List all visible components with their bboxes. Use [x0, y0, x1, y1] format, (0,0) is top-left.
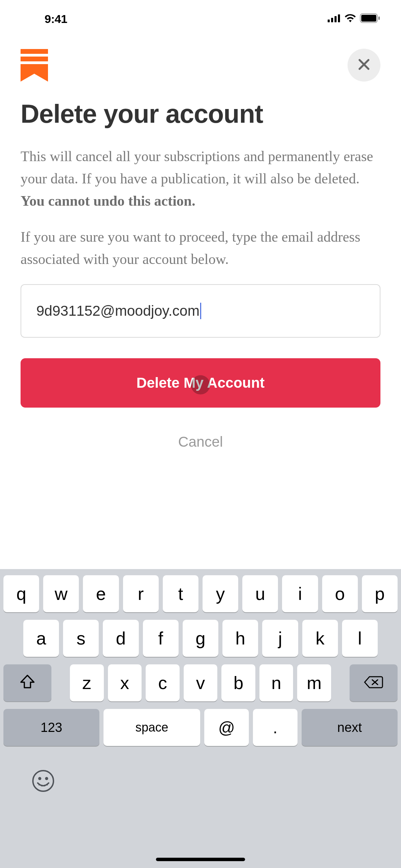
- warning-text: This will cancel all your subscriptions …: [21, 148, 373, 186]
- warning-paragraph: This will cancel all your subscriptions …: [21, 145, 380, 212]
- key-r[interactable]: r: [123, 575, 159, 612]
- key-n[interactable]: n: [259, 664, 293, 701]
- text-caret: [200, 303, 201, 319]
- svg-rect-7: [21, 49, 48, 54]
- svg-rect-0: [328, 20, 330, 22]
- key-next[interactable]: next: [302, 709, 398, 746]
- key-k[interactable]: k: [302, 620, 338, 657]
- svg-point-15: [45, 777, 48, 780]
- wifi-icon: [344, 14, 356, 24]
- kb-bottom-bar: [3, 754, 398, 808]
- key-q[interactable]: q: [3, 575, 39, 612]
- key-e[interactable]: e: [83, 575, 119, 612]
- close-button[interactable]: [348, 49, 380, 82]
- svg-point-14: [38, 777, 41, 780]
- key-l[interactable]: l: [342, 620, 378, 657]
- page-title: Delete your account: [21, 99, 380, 128]
- key-w[interactable]: w: [43, 575, 79, 612]
- email-field[interactable]: 9d931152@moodjoy.com: [21, 284, 380, 338]
- svg-rect-2: [335, 16, 337, 22]
- kb-row-3: z x c v b n m: [3, 664, 398, 701]
- warning-bold: You cannot undo this action.: [21, 193, 195, 209]
- key-space[interactable]: space: [104, 709, 200, 746]
- kb-row-4: 123 space @ . next: [3, 709, 398, 746]
- svg-point-13: [33, 771, 53, 791]
- emoji-icon: [31, 788, 56, 794]
- svg-rect-8: [21, 57, 48, 61]
- svg-rect-6: [378, 16, 380, 20]
- kb-row-2: a s d f g h j k l: [3, 620, 398, 657]
- battery-icon: [360, 13, 380, 24]
- key-dot[interactable]: .: [253, 709, 297, 746]
- key-f[interactable]: f: [143, 620, 179, 657]
- key-z[interactable]: z: [70, 664, 104, 701]
- nav-bar: [0, 45, 401, 86]
- touch-indicator: [191, 375, 210, 395]
- key-o[interactable]: o: [322, 575, 358, 612]
- instruction-paragraph: If you are sure you want to proceed, typ…: [21, 226, 380, 270]
- key-p[interactable]: p: [362, 575, 398, 612]
- key-s[interactable]: s: [63, 620, 99, 657]
- key-y[interactable]: y: [203, 575, 238, 612]
- key-b[interactable]: b: [221, 664, 255, 701]
- substack-logo[interactable]: [21, 49, 48, 82]
- shift-icon: [20, 673, 35, 693]
- key-m[interactable]: m: [297, 664, 331, 701]
- svg-rect-5: [361, 15, 376, 22]
- key-numbers[interactable]: 123: [3, 709, 99, 746]
- key-c[interactable]: c: [146, 664, 180, 701]
- key-x[interactable]: x: [108, 664, 142, 701]
- cellular-icon: [328, 14, 341, 24]
- email-value: 9d931152@moodjoy.com: [36, 303, 199, 319]
- delete-account-button[interactable]: Delete My Account: [21, 358, 380, 408]
- backspace-icon: [364, 673, 383, 693]
- key-t[interactable]: t: [163, 575, 198, 612]
- key-g[interactable]: g: [183, 620, 218, 657]
- close-icon: [358, 58, 370, 72]
- svg-rect-1: [331, 18, 333, 22]
- cancel-button[interactable]: Cancel: [21, 421, 380, 462]
- key-d[interactable]: d: [103, 620, 138, 657]
- svg-rect-3: [338, 14, 340, 22]
- key-v[interactable]: v: [184, 664, 218, 701]
- key-i[interactable]: i: [282, 575, 318, 612]
- key-j[interactable]: j: [262, 620, 298, 657]
- keyboard: q w e r t y u i o p a s d f g h j k l z …: [0, 569, 401, 868]
- key-backspace[interactable]: [350, 664, 398, 701]
- status-bar: 9:41: [0, 0, 401, 38]
- key-a[interactable]: a: [23, 620, 59, 657]
- home-indicator[interactable]: [156, 858, 245, 861]
- status-icons: [328, 13, 380, 24]
- key-u[interactable]: u: [242, 575, 278, 612]
- key-shift[interactable]: [3, 664, 51, 701]
- key-h[interactable]: h: [222, 620, 258, 657]
- key-at[interactable]: @: [204, 709, 249, 746]
- status-time: 9:41: [45, 12, 67, 26]
- content: Delete your account This will cancel all…: [21, 99, 380, 462]
- kb-row-1: q w e r t y u i o p: [3, 575, 398, 612]
- emoji-button[interactable]: [31, 769, 56, 793]
